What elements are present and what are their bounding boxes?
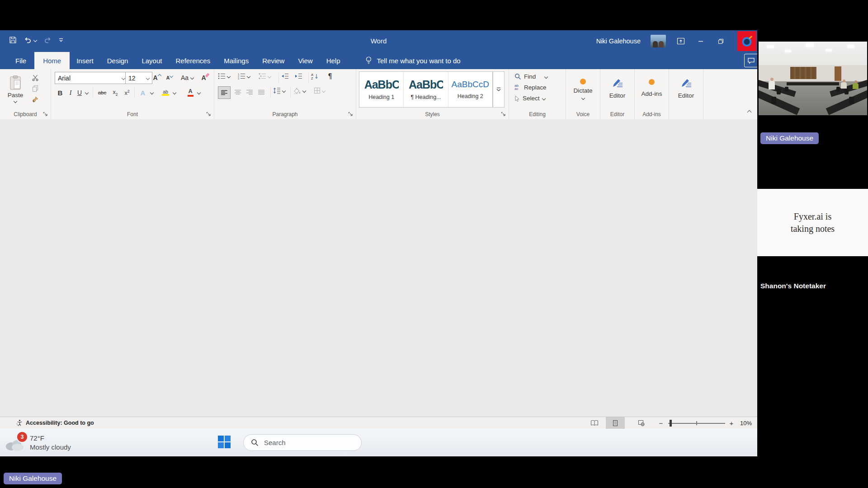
editor2-button[interactable]: Editor (669, 74, 703, 103)
tab-design[interactable]: Design (100, 52, 135, 69)
font-size-combobox[interactable]: 12 (125, 72, 152, 84)
styles-dialog-launcher-icon[interactable] (501, 112, 506, 117)
tab-review[interactable]: Review (255, 52, 291, 69)
restore-button[interactable] (716, 34, 726, 48)
styles-more-button[interactable] (493, 71, 505, 108)
search-box[interactable]: Search (243, 434, 362, 451)
font-dialog-launcher-icon[interactable] (206, 112, 211, 117)
align-right-button (244, 86, 255, 98)
highlight-chevron-icon[interactable] (171, 87, 178, 98)
print-layout-button[interactable] (606, 417, 625, 429)
tell-me-box[interactable]: Tell me what you want to do (365, 52, 461, 69)
account-avatar[interactable] (651, 35, 666, 47)
align-center-button (232, 86, 243, 98)
copy-button (30, 84, 41, 94)
decrease-indent-button[interactable] (281, 73, 289, 80)
find-label: Find (524, 73, 536, 80)
tab-file[interactable]: File (7, 52, 34, 69)
account-name[interactable]: Niki Galehouse (596, 38, 641, 45)
bullets-button[interactable] (218, 73, 230, 80)
minimize-button[interactable] (696, 34, 706, 48)
strikethrough-button[interactable]: abc (95, 87, 109, 98)
shrink-font-button[interactable]: A (164, 72, 175, 83)
shading-button[interactable] (293, 87, 306, 94)
collapse-ribbon-button[interactable] (748, 108, 751, 116)
change-case-button[interactable]: Aa (179, 72, 196, 83)
clear-formatting-button[interactable]: A (199, 72, 211, 83)
replace-button[interactable]: abac Replace (514, 84, 547, 91)
font-color-bar (188, 95, 193, 97)
chevron-down-icon (247, 74, 250, 78)
web-layout-button[interactable] (633, 417, 650, 429)
font-name-combobox[interactable]: Arial (55, 72, 128, 84)
underline-chevron-icon[interactable] (84, 87, 90, 98)
tab-layout[interactable]: Layout (135, 52, 169, 69)
tab-mailings[interactable]: Mailings (217, 52, 255, 69)
find-button[interactable]: Find (514, 73, 547, 80)
paragraph-dialog-launcher-icon[interactable] (348, 112, 353, 117)
group-label-styles: Styles (356, 111, 509, 117)
document-canvas[interactable] (0, 119, 757, 417)
zoom-slider-thumb[interactable] (670, 420, 672, 427)
chevron-down-icon (122, 76, 125, 80)
ribbon-display-options-button[interactable] (676, 34, 686, 48)
superscript-button[interactable]: x2 (122, 87, 132, 98)
font-color-chevron-icon[interactable] (196, 87, 202, 98)
format-painter-button[interactable] (30, 94, 41, 104)
select-button[interactable]: Select (514, 95, 545, 102)
underline-button[interactable]: U (75, 87, 84, 98)
addins-button[interactable]: Add-ins (635, 74, 669, 103)
text-effects-chevron-icon[interactable] (149, 87, 155, 98)
italic-button[interactable]: I (66, 87, 75, 98)
bold-button[interactable]: B (56, 87, 65, 98)
sort-icon: AZ (311, 73, 319, 80)
comments-button[interactable] (744, 54, 759, 67)
sort-button[interactable]: AZ (311, 73, 319, 80)
text-effects-button: A (137, 87, 149, 98)
styles-more-icon (496, 87, 501, 92)
zoom-in-button[interactable]: + (727, 417, 736, 429)
grow-font-button[interactable]: A (151, 72, 162, 83)
show-paragraph-marks-button[interactable]: ¶ (326, 72, 335, 81)
accessibility-status[interactable]: Accessibility: Good to go (16, 419, 94, 427)
increase-indent-button[interactable] (295, 73, 302, 80)
read-mode-button[interactable] (586, 417, 603, 429)
editor-button[interactable]: Editor (600, 74, 634, 103)
close-button[interactable] (737, 31, 756, 51)
line-spacing-button[interactable] (273, 87, 285, 94)
clipboard-dialog-launcher-icon[interactable] (43, 112, 48, 117)
editor-label: Editor (609, 92, 625, 99)
zoom-out-button[interactable]: − (656, 417, 665, 429)
accessibility-icon (16, 419, 23, 427)
style-preview: AaBbCcD (452, 80, 489, 90)
room-video-tile[interactable] (759, 42, 867, 115)
align-center-icon (234, 89, 241, 95)
paste-button[interactable]: Paste (5, 72, 26, 105)
tab-home[interactable]: Home (34, 52, 70, 69)
highlight-button[interactable]: ab (160, 87, 171, 98)
tab-help[interactable]: Help (320, 52, 347, 69)
start-button[interactable] (218, 436, 231, 449)
style-heading2[interactable]: AaBbCcD Heading 2 (448, 72, 492, 107)
tab-view[interactable]: View (291, 52, 319, 69)
chevron-down-icon (302, 89, 306, 93)
screen: Word Niki Galehouse File Home Insert Des… (0, 0, 868, 488)
style-preview: AaBbC (409, 79, 443, 90)
room-door (835, 66, 841, 81)
zoom-level[interactable]: 10% (738, 417, 754, 429)
dictate-button[interactable]: Dictate (566, 73, 600, 105)
numbering-button[interactable]: 123 (238, 73, 250, 80)
tab-references[interactable]: References (169, 52, 217, 69)
cut-button[interactable] (30, 73, 41, 83)
style-heading1[interactable]: AaBbC Heading 1 (359, 72, 404, 107)
tab-insert[interactable]: Insert (70, 52, 100, 69)
fyxer-notes-tile[interactable]: Fyxer.ai is taking notes (757, 189, 868, 256)
weather-widget[interactable]: 3 72°F Mostly cloudy (5, 434, 71, 451)
chevron-up-icon (747, 110, 752, 115)
highlight-color-bar (162, 94, 169, 96)
align-left-button[interactable] (218, 86, 231, 99)
font-color-button[interactable]: A (185, 87, 196, 98)
style-heading1-char[interactable]: AaBbC ¶ Heading... (404, 72, 448, 107)
subscript-button[interactable]: x2 (110, 87, 121, 98)
person (853, 83, 859, 89)
